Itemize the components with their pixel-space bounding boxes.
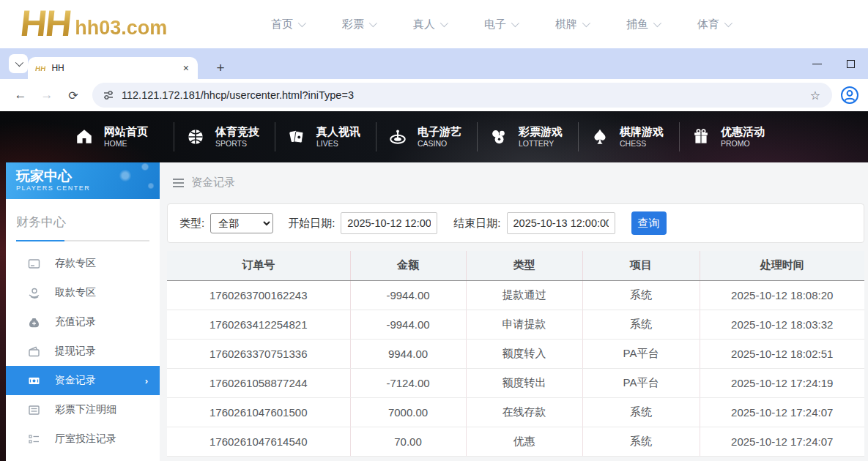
game-nav-live[interactable]: 真人视讯LIVES xyxy=(275,125,376,149)
start-date-input[interactable] xyxy=(341,212,437,234)
top-nav-slots[interactable]: 电子 xyxy=(484,18,517,31)
playing-cards-icon xyxy=(286,126,308,148)
menu-icon[interactable] xyxy=(173,179,184,187)
sidebar: 玩家中心 PLAYERS CENTER 财务中心 存款专区 取款专区 充值记录 … xyxy=(6,162,160,461)
cell-time: 2025-10-12 18:08:20 xyxy=(700,280,864,310)
browser-tab-strip: HH HH × + xyxy=(0,48,868,79)
profile-icon[interactable] xyxy=(840,86,859,105)
sidebar-item-fund-records[interactable]: 资金记录 › xyxy=(6,366,160,395)
game-nav-sports[interactable]: 体育竞技SPORTS xyxy=(174,125,275,149)
game-nav-lottery[interactable]: 彩票游戏LOTTERY xyxy=(478,125,578,149)
site-header: HH hh03.com 首页 彩票 真人 电子 棋牌 捕鱼 体育 xyxy=(0,0,868,48)
game-nav-zh: 电子游艺 xyxy=(418,125,461,138)
browser-tab[interactable]: HH HH × xyxy=(28,57,198,79)
logo-domain-text: hh03.com xyxy=(75,12,167,44)
game-nav-casino[interactable]: 电子游艺CASINO xyxy=(376,125,477,149)
col-processed-time: 处理时间 xyxy=(700,251,864,280)
cell-amount: 70.00 xyxy=(350,427,466,456)
sidebar-item-deposit-zone[interactable]: 存款专区 xyxy=(6,249,160,278)
cell-order-id: 1760263700162243 xyxy=(167,280,350,310)
favicon-icon: HH xyxy=(34,64,46,72)
top-nav-label: 电子 xyxy=(484,18,506,31)
chevron-down-icon xyxy=(582,19,590,27)
window-controls xyxy=(812,48,855,79)
money-bag-icon xyxy=(28,316,40,329)
cell-time: 2025-10-12 17:24:19 xyxy=(700,368,864,397)
back-icon[interactable]: ← xyxy=(12,86,29,104)
chevron-right-icon: › xyxy=(145,375,148,386)
cell-project: 系统 xyxy=(582,427,700,456)
sidebar-item-label: 存款专区 xyxy=(55,257,96,270)
sidebar-item-recharge-records[interactable]: 充值记录 xyxy=(6,307,160,337)
sidebar-item-label: 充值记录 xyxy=(55,315,96,329)
game-nav-zh: 体育竞技 xyxy=(215,125,259,138)
main-content: 资金记录 类型: 全部 开始日期: 结束日期: 查询 订单号 金额 类型 xyxy=(167,162,864,461)
tab-close-icon[interactable]: × xyxy=(182,62,190,74)
cell-amount: 9944.00 xyxy=(350,339,466,368)
background-strip xyxy=(0,162,6,461)
sidebar-item-lottery-bet-details[interactable]: 彩票下注明细 xyxy=(6,395,160,424)
top-nav-label: 捕鱼 xyxy=(626,18,648,31)
col-project: 项目 xyxy=(582,251,700,280)
col-order-id: 订单号 xyxy=(167,251,350,280)
sidebar-item-label: 资金记录 xyxy=(55,374,96,387)
players-center-subtitle: PLAYERS CENTER xyxy=(16,184,160,192)
col-type: 类型 xyxy=(466,251,582,280)
site-logo[interactable]: HH hh03.com xyxy=(21,3,167,44)
forward-icon[interactable]: → xyxy=(38,86,56,104)
cell-type: 在线存款 xyxy=(466,397,582,427)
game-nav-zh: 彩票游戏 xyxy=(519,125,563,138)
reload-icon[interactable]: ⟳ xyxy=(64,86,82,104)
cell-project: PA平台 xyxy=(582,368,700,397)
chevron-down-icon xyxy=(440,19,448,27)
top-nav: 首页 彩票 真人 电子 棋牌 捕鱼 体育 xyxy=(271,0,730,48)
game-nav-en: PROMO xyxy=(721,138,765,149)
top-nav-sports[interactable]: 体育 xyxy=(697,18,730,31)
top-nav-chess[interactable]: 棋牌 xyxy=(555,18,588,31)
cell-time: 2025-10-12 18:03:32 xyxy=(700,310,864,339)
table-row: 1760263700162243 -9944.00 提款通过 系统 2025-1… xyxy=(167,280,864,310)
game-nav-home[interactable]: 网站首页HOME xyxy=(73,125,174,149)
spade-icon xyxy=(589,126,611,148)
top-nav-lottery[interactable]: 彩票 xyxy=(342,18,375,31)
top-nav-fishing[interactable]: 捕鱼 xyxy=(626,18,659,31)
sidebar-item-withdrawal-records[interactable]: 提现记录 xyxy=(6,337,160,366)
search-button[interactable]: 查询 xyxy=(631,211,667,235)
top-nav-home[interactable]: 首页 xyxy=(271,18,304,31)
roulette-icon xyxy=(387,126,409,148)
game-nav-en: CASINO xyxy=(418,138,461,149)
site-info-icon[interactable] xyxy=(103,89,114,101)
tab-search-caret-button[interactable] xyxy=(9,54,28,73)
cell-project: 系统 xyxy=(582,397,700,427)
sidebar-item-label: 厅室投注记录 xyxy=(55,432,116,446)
cell-type: 额度转入 xyxy=(466,339,582,368)
cell-time: 2025-10-12 17:24:07 xyxy=(700,397,864,427)
sidebar-item-label: 提现记录 xyxy=(55,345,96,358)
maximize-icon[interactable] xyxy=(847,60,855,68)
finance-section-title: 财务中心 xyxy=(6,199,160,230)
new-tab-button[interactable]: + xyxy=(211,59,230,78)
url-text[interactable]: 112.121.172.181/hhcp/usercenter.html?ini… xyxy=(122,89,810,101)
minimize-icon[interactable] xyxy=(812,64,822,64)
hand-coin-icon xyxy=(28,287,40,299)
home-icon xyxy=(73,126,95,148)
game-nav-promo[interactable]: 优惠活动PROMO xyxy=(680,125,780,149)
game-nav-chess[interactable]: 棋牌游戏CHESS xyxy=(579,125,679,149)
game-nav-zh: 真人视讯 xyxy=(316,125,360,138)
type-select[interactable]: 全部 xyxy=(210,213,273,233)
game-nav-zh: 优惠活动 xyxy=(721,125,765,138)
logo-hh-text: HH xyxy=(18,3,73,44)
chevron-down-icon xyxy=(724,19,732,27)
bookmark-star-icon[interactable]: ☆ xyxy=(810,89,820,102)
top-nav-label: 真人 xyxy=(413,18,435,31)
sidebar-item-player-bet-report[interactable]: 玩家投注报表 xyxy=(6,454,160,461)
sidebar-item-withdraw-zone[interactable]: 取款专区 xyxy=(6,278,160,307)
cell-order-id: 1760263412254821 xyxy=(167,310,350,339)
checklist-icon xyxy=(28,433,40,446)
cell-time: 2025-10-12 17:24:07 xyxy=(700,427,864,456)
cell-project: 系统 xyxy=(582,310,700,339)
sidebar-item-room-bet-records[interactable]: 厅室投注记录 xyxy=(6,424,160,454)
url-bar[interactable]: 112.121.172.181/hhcp/usercenter.html?ini… xyxy=(92,83,832,108)
end-date-input[interactable] xyxy=(507,212,615,234)
top-nav-live[interactable]: 真人 xyxy=(413,18,446,31)
